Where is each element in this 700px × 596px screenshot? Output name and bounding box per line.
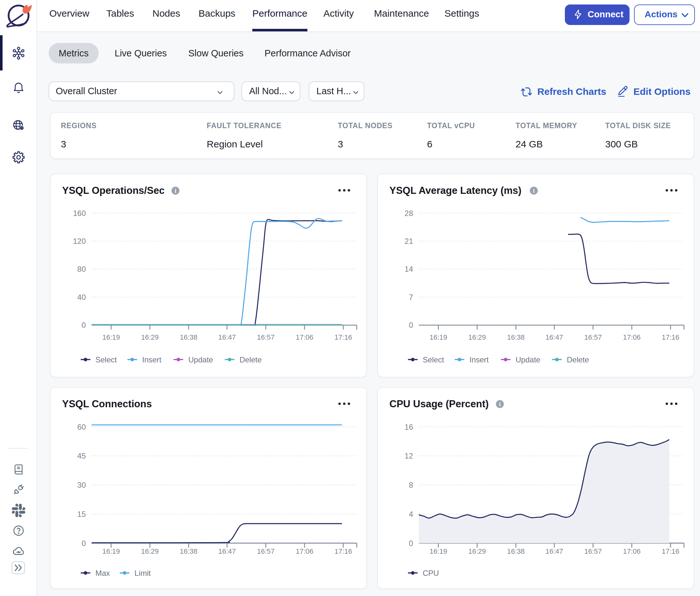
svg-text:80: 80 <box>77 265 86 273</box>
svg-text:Max: Max <box>96 569 110 577</box>
svg-text:Select: Select <box>423 355 444 364</box>
svg-text:16:19: 16:19 <box>430 547 447 555</box>
svg-text:17:16: 17:16 <box>662 333 679 341</box>
svg-text:Insert: Insert <box>469 355 489 364</box>
svg-text:17:06: 17:06 <box>623 333 641 341</box>
svg-text:17:16: 17:16 <box>334 547 352 555</box>
svg-text:16:29: 16:29 <box>141 547 158 555</box>
svg-text:16: 16 <box>405 423 413 431</box>
svg-text:YSQL Average Latency (ms): YSQL Average Latency (ms) <box>389 185 521 196</box>
svg-text:7: 7 <box>409 293 413 301</box>
svg-text:i: i <box>533 188 535 194</box>
svg-text:17:06: 17:06 <box>295 547 313 555</box>
svg-text:15: 15 <box>77 510 86 518</box>
svg-text:45: 45 <box>77 451 86 460</box>
svg-text:21: 21 <box>405 237 413 245</box>
svg-text:Insert: Insert <box>142 355 161 364</box>
svg-text:16:29: 16:29 <box>468 547 486 555</box>
svg-text:40: 40 <box>77 293 86 301</box>
svg-text:Select: Select <box>96 355 117 364</box>
svg-text:YSQL Operations/Sec: YSQL Operations/Sec <box>62 185 164 196</box>
svg-text:16:47: 16:47 <box>218 547 236 555</box>
svg-text:16:29: 16:29 <box>141 333 158 341</box>
svg-text:14: 14 <box>405 265 413 273</box>
svg-text:CPU: CPU <box>423 569 439 577</box>
svg-text:17:06: 17:06 <box>295 333 313 341</box>
svg-text:YSQL Connections: YSQL Connections <box>62 398 152 409</box>
svg-text:60: 60 <box>77 423 86 431</box>
svg-text:16:19: 16:19 <box>102 547 120 555</box>
svg-text:17:16: 17:16 <box>662 547 679 555</box>
svg-text:16:19: 16:19 <box>102 333 120 341</box>
svg-text:i: i <box>175 188 176 194</box>
svg-text:16:38: 16:38 <box>507 333 524 341</box>
svg-text:16:47: 16:47 <box>545 333 563 341</box>
svg-text:0: 0 <box>82 539 86 548</box>
svg-text:Limit: Limit <box>134 569 151 577</box>
svg-text:16:38: 16:38 <box>180 547 197 555</box>
svg-text:16:19: 16:19 <box>430 333 447 341</box>
svg-text:16:57: 16:57 <box>584 333 602 341</box>
svg-text:16:38: 16:38 <box>507 547 524 555</box>
svg-text:160: 160 <box>73 209 86 218</box>
svg-text:Delete: Delete <box>567 355 589 364</box>
svg-text:120: 120 <box>73 237 86 245</box>
svg-text:16:47: 16:47 <box>545 547 563 555</box>
svg-text:i: i <box>499 401 500 407</box>
svg-text:0: 0 <box>82 321 86 329</box>
svg-text:16:29: 16:29 <box>468 333 486 341</box>
svg-text:28: 28 <box>405 209 413 218</box>
svg-text:CPU Usage (Percent): CPU Usage (Percent) <box>389 398 489 409</box>
svg-text:8: 8 <box>409 481 413 489</box>
svg-text:30: 30 <box>77 481 86 489</box>
svg-text:4: 4 <box>409 510 413 518</box>
svg-text:16:57: 16:57 <box>257 547 275 555</box>
svg-text:Update: Update <box>188 355 213 364</box>
svg-text:16:57: 16:57 <box>584 547 602 555</box>
svg-text:0: 0 <box>409 321 413 329</box>
svg-text:17:16: 17:16 <box>334 333 352 341</box>
svg-text:12: 12 <box>405 451 413 460</box>
svg-text:17:06: 17:06 <box>623 547 641 555</box>
svg-text:16:47: 16:47 <box>218 333 236 341</box>
svg-text:16:38: 16:38 <box>180 333 197 341</box>
svg-text:Delete: Delete <box>239 355 262 364</box>
svg-text:Update: Update <box>516 355 540 364</box>
svg-text:16:57: 16:57 <box>257 333 275 341</box>
svg-text:0: 0 <box>409 539 413 548</box>
